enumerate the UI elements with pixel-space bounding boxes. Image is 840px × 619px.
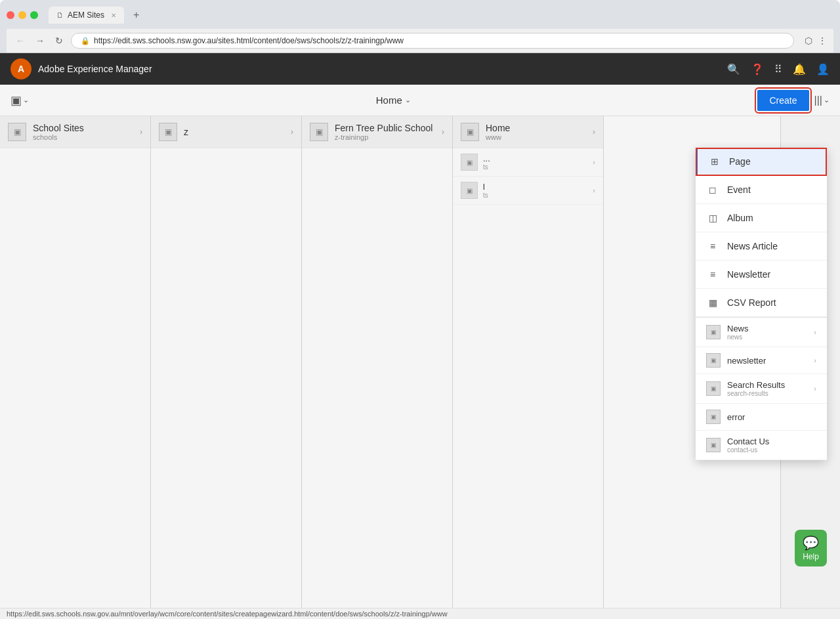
dropdown-item-csvreport[interactable]: ▦ CSV Report [696,289,827,317]
sub-item-error[interactable]: ▣ error [696,404,827,431]
home-sub-item-1[interactable]: ▣ ... ts › [453,148,603,177]
toolbar-center: Home ⌄ [376,95,411,106]
dropdown-label-csvreport: CSV Report [727,297,776,308]
col-item-ferntree[interactable]: ▣ Fern Tree Public School z-trainingp › [302,116,452,148]
refresh-btn[interactable]: ↻ [52,34,66,47]
col-title-home: Home [486,123,510,133]
dropdown-label-event: Event [727,184,751,195]
sub-title-news: News [727,324,749,333]
lock-icon: 🔒 [81,37,90,45]
dropdown-item-album[interactable]: ◫ Album [696,204,827,232]
sites-toolbar: ▣ ⌄ Home ⌄ Create ||| ⌄ [0,85,840,116]
profile-btn[interactable]: ⬡ [805,35,812,46]
dropdown-item-event[interactable]: ◻ Event [696,176,827,204]
home-sub-item-2[interactable]: ▣ l ts › [453,177,603,205]
traffic-light-green[interactable] [30,11,38,19]
column-2: ▣ z › [151,116,302,617]
newsarticle-icon: ≡ [706,240,719,253]
browser-tab-active[interactable]: 🗋 AEM Sites ✕ [49,7,124,24]
aem-logo: A Adobe Experience Manager [10,58,152,79]
create-button[interactable]: Create [757,90,808,111]
sub-item-searchresults[interactable]: ▣ Search Results search-results › [696,374,827,404]
home-sub-sub-2: ts [483,192,488,199]
event-icon: ◻ [706,183,719,196]
dropdown-label-page: Page [729,156,751,167]
help-button[interactable]: 💬 Help [795,530,827,566]
dropdown-label-newsarticle: News Article [727,241,778,251]
dropdown-label-album: Album [727,213,753,223]
dropdown-item-newsletter[interactable]: ≡ Newsletter [696,261,827,289]
col-item-z[interactable]: ▣ z › [151,116,301,148]
address-bar[interactable]: 🔒 https://edit.sws.schools.nsw.gov.au/si… [71,33,794,49]
home-sub-title-2: l [483,182,488,192]
col-icon-home: ▣ [461,123,479,141]
column-4: ▣ Home www › ▣ ... ts [453,116,604,617]
search-btn[interactable]: 🔍 [727,63,740,75]
home-sub-icon-1: ▣ [461,154,478,171]
home-sub-chevron-2: › [593,186,595,194]
col-title-schools: School Sites [33,123,84,133]
dropdown-item-newsarticle[interactable]: ≡ News Article [696,232,827,261]
help-topbar-btn[interactable]: ❓ [751,63,764,75]
aem-topbar: A Adobe Experience Manager 🔍 ❓ ⠿ 🔔 👤 [0,53,840,85]
newsletter-icon: ≡ [706,268,719,281]
sub-icon-news: ▣ [706,325,721,339]
toolbar-right: Create ||| ⌄ [757,90,830,111]
main-content: ▣ School Sites schools › ▣ z [0,116,840,617]
view-toggle-btn[interactable]: ||| ⌄ [814,95,830,106]
forward-btn[interactable]: → [33,34,47,47]
home-sub-chevron-1: › [593,158,595,166]
col-icon-z: ▣ [159,123,177,141]
toolbar-left: ▣ ⌄ [10,93,29,108]
sub-sub-searchresults: search-results [727,390,785,397]
create-dropdown: ⊞ Page ◻ Event ◫ Album ≡ News Article ≡ [696,148,827,460]
sub-title-error: error [727,412,745,422]
apps-btn[interactable]: ⠿ [774,63,782,75]
sub-icon-newsletter: ▣ [706,353,721,368]
rail-toggle-btn[interactable]: ▣ ⌄ [10,93,29,108]
csvreport-icon: ▦ [706,296,719,309]
back-btn[interactable]: ← [13,34,28,47]
col-title-ferntree: Fern Tree Public School [335,123,432,133]
sub-item-news[interactable]: ▣ News news › [696,318,827,347]
menu-btn[interactable]: ⋮ [818,35,827,46]
help-label: Help [803,552,819,561]
sub-chevron-news: › [814,328,816,336]
col-title-z: z [184,127,188,137]
column-3: ▣ Fern Tree Public School z-trainingp › [302,116,453,617]
aem-app-name: Adobe Experience Manager [38,64,152,74]
traffic-light-red[interactable] [7,11,14,19]
home-chevron-icon: ⌄ [405,96,411,104]
col-icon-schools: ▣ [8,123,26,141]
sub-chevron-newsletter: › [814,356,816,364]
sub-chevron-searchresults: › [814,385,816,393]
status-url: https://edit.sws.schools.nsw.gov.au/mnt/… [7,610,448,618]
status-bar: https://edit.sws.schools.nsw.gov.au/mnt/… [0,608,840,619]
new-tab-btn[interactable]: + [128,7,144,24]
aem-topbar-actions: 🔍 ❓ ⠿ 🔔 👤 [727,63,830,75]
col-sub-schools: schools [33,133,84,141]
dropdown-item-page[interactable]: ⊞ Page [696,148,827,176]
tab-title: AEM Sites [68,11,104,20]
tab-close-btn[interactable]: ✕ [111,12,116,19]
aem-logo-icon: A [10,58,32,79]
page-icon: ⊞ [708,155,721,168]
col-sub-ferntree: z-trainingp [335,133,432,141]
user-btn[interactable]: 👤 [816,63,830,75]
sub-icon-searchresults: ▣ [706,381,721,396]
sub-title-searchresults: Search Results [727,380,785,390]
sub-sub-contactus: contact-us [727,446,769,454]
col-item-home[interactable]: ▣ Home www › [453,116,603,148]
sub-item-contactus[interactable]: ▣ Contact Us contact-us [696,431,827,460]
col-item-schools[interactable]: ▣ School Sites schools › [0,116,150,148]
traffic-light-yellow[interactable] [18,11,26,19]
col-chevron-ferntree: › [442,127,444,137]
notifications-btn[interactable]: 🔔 [793,63,806,75]
dropdown-menu: ⊞ Page ◻ Event ◫ Album ≡ News Article ≡ [696,148,827,460]
album-icon: ◫ [706,211,719,224]
home-sub-sub-1: ts [483,163,490,171]
sub-item-newsletter[interactable]: ▣ newsletter › [696,347,827,374]
home-label: Home [376,95,402,106]
sub-icon-contactus: ▣ [706,438,721,452]
home-sub-title-1: ... [483,154,490,163]
